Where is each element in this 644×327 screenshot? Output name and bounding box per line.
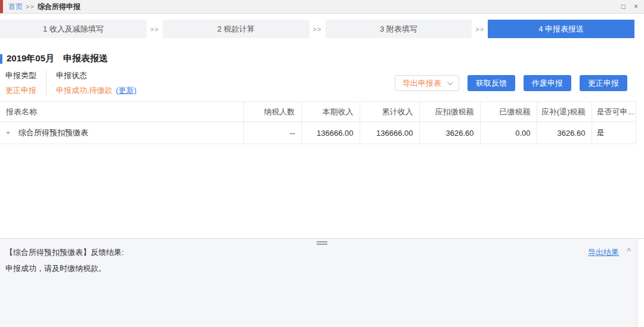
cell-current-income: 136666.00 — [301, 122, 360, 144]
col-paid-tax: 已缴税额 — [480, 102, 537, 122]
col-report-name: 报表名称 — [0, 102, 243, 122]
tab-step-2-tax-calc[interactable]: 2 税款计算 — [163, 20, 309, 38]
declaration-meta: 申报类型 更正申报 申报状态 申报成功,待缴款 (更新) — [5, 70, 146, 96]
main-content: 2019年05月 申报表报送 申报类型 更正申报 申报状态 申报成功,待缴款 (… — [0, 38, 644, 238]
declare-status-block: 申报状态 申报成功,待缴款 (更新) — [46, 70, 146, 96]
status-update-link[interactable]: (更新) — [116, 86, 137, 95]
window-controls: □ × — [621, 0, 638, 13]
cell-report-name: +综合所得预扣预缴表 — [0, 122, 243, 144]
meta-toolbar-row: 申报类型 更正申报 申报状态 申报成功,待缴款 (更新) 导出申报表 获取反馈 … — [0, 70, 644, 96]
breadcrumb-home-link[interactable]: 首页 — [8, 2, 23, 12]
feedback-title: 【综合所得预扣预缴表】反馈结果: — [5, 247, 637, 258]
correct-declaration-button[interactable]: 更正申报 — [580, 75, 627, 91]
tab-step-1-income[interactable]: 1 收入及减除填写 — [0, 20, 147, 38]
step-separator: >> — [472, 26, 488, 33]
feedback-panel: 【综合所得预扣预缴表】反馈结果: 申报成功，请及时缴纳税款。 导出结果 ^ — [0, 238, 644, 327]
expand-row-icon[interactable]: + — [6, 129, 10, 137]
col-withholding-tax: 应扣缴税额 — [419, 102, 480, 122]
step-nav: 1 收入及减除填写 >> 2 税款计算 >> 3 附表填写 >> 4 申报表报送 — [0, 20, 634, 38]
step-separator: >> — [147, 26, 163, 33]
export-result-link[interactable]: 导出结果 — [588, 247, 619, 258]
col-current-income: 本期收入 — [301, 102, 360, 122]
toolbar: 导出申报表 获取反馈 作废申报 更正申报 — [395, 75, 627, 91]
col-refund-tax: 应补(退)税额 — [537, 102, 592, 122]
report-name-text: 综合所得预扣预缴表 — [18, 128, 88, 137]
tab-step-3-schedules[interactable]: 3 附表填写 — [326, 20, 472, 38]
breadcrumb-bar: 首页 >> 综合所得申报 □ × — [0, 0, 644, 14]
maximize-icon[interactable]: □ — [621, 3, 626, 10]
declare-type-value: 更正申报 — [5, 85, 36, 96]
cell-declarable: 是 — [592, 122, 636, 144]
export-report-label: 导出申报表 — [402, 78, 441, 89]
col-accumulated-income: 累计收入 — [360, 102, 419, 122]
tab-step-4-submit[interactable]: 4 申报表报送 — [488, 20, 634, 38]
get-feedback-button[interactable]: 获取反馈 — [467, 75, 515, 91]
breadcrumb-current: 综合所得申报 — [38, 2, 80, 12]
breadcrumb-separator: >> — [26, 3, 35, 10]
chevron-down-icon — [447, 79, 453, 85]
scrollbar[interactable] — [637, 239, 644, 327]
cell-paid-tax: 0.00 — [480, 122, 537, 144]
chevron-up-icon[interactable]: ^ — [627, 247, 631, 255]
declare-status-label: 申报状态 — [56, 70, 137, 81]
declare-status-value: 申报成功,待缴款 — [56, 86, 113, 95]
void-declaration-button[interactable]: 作废申报 — [524, 75, 571, 91]
export-report-button[interactable]: 导出申报表 — [395, 75, 459, 91]
feedback-message: 申报成功，请及时缴纳税款。 — [5, 263, 637, 274]
cell-refund-tax: 3626.60 — [537, 122, 592, 144]
page-title: 2019年05月 申报表报送 — [7, 53, 108, 64]
cell-taxpayers: -- — [243, 122, 301, 144]
page-title-row: 2019年05月 申报表报送 — [0, 53, 644, 64]
report-table: 报表名称 纳税人数 本期收入 累计收入 应扣缴税额 已缴税额 应补(退)税额 是… — [0, 101, 636, 144]
close-icon[interactable]: × — [634, 3, 638, 10]
table-row[interactable]: +综合所得预扣预缴表 -- 136666.00 136666.00 3626.6… — [0, 122, 636, 144]
col-declarable: 是否可申... — [592, 102, 636, 122]
declare-type-block: 申报类型 更正申报 — [5, 70, 46, 96]
window-accent-bar — [0, 0, 3, 13]
table-header-row: 报表名称 纳税人数 本期收入 累计收入 应扣缴税额 已缴税额 应补(退)税额 是… — [0, 102, 636, 122]
cell-withholding-tax: 3626.60 — [419, 122, 480, 144]
step-separator: >> — [309, 26, 326, 33]
declare-type-label: 申报类型 — [5, 70, 36, 81]
cell-accumulated-income: 136666.00 — [360, 122, 419, 144]
splitter-handle[interactable] — [317, 240, 327, 246]
col-taxpayers: 纳税人数 — [243, 102, 301, 122]
title-accent-bar — [0, 54, 2, 64]
